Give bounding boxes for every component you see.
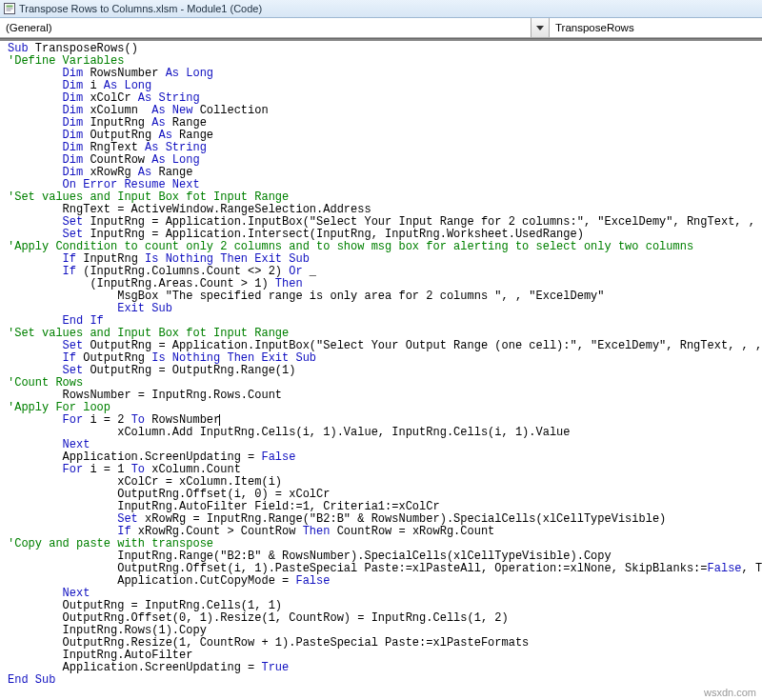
- svg-rect-3: [7, 10, 11, 11]
- svg-marker-4: [536, 26, 544, 30]
- object-dropdown-value: (General): [6, 22, 52, 33]
- watermark: wsxdn.com: [702, 687, 758, 698]
- window-titlebar[interactable]: Transpose Rows to Columns.xlsm - Module1…: [0, 0, 762, 18]
- module-icon: [4, 3, 15, 14]
- object-dropdown[interactable]: (General): [0, 18, 550, 37]
- declarations-bar: (General) TransposeRows: [0, 18, 762, 38]
- svg-rect-1: [7, 6, 13, 8]
- svg-rect-2: [7, 9, 13, 10]
- code-editor[interactable]: Sub TransposeRows() 'Define Variables Di…: [0, 41, 762, 700]
- window-title: Transpose Rows to Columns.xlsm - Module1…: [19, 3, 262, 14]
- procedure-dropdown[interactable]: TransposeRows: [550, 18, 762, 37]
- dropdown-arrow-icon[interactable]: [531, 18, 549, 37]
- code-content[interactable]: Sub TransposeRows() 'Define Variables Di…: [0, 41, 762, 689]
- procedure-dropdown-value: TransposeRows: [555, 22, 634, 33]
- code-window: Transpose Rows to Columns.xlsm - Module1…: [0, 0, 762, 700]
